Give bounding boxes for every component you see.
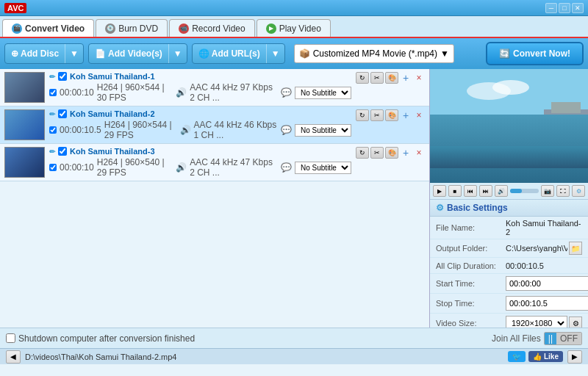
add-videos-arrow[interactable]: ▼ bbox=[168, 44, 187, 63]
video-info-1: ✏ Koh Samui Thailand-1 00:00:10 H264 | 9… bbox=[49, 72, 351, 103]
subtitle-selector-2[interactable]: No Subtitle bbox=[295, 124, 351, 137]
video-meta-check-1[interactable] bbox=[49, 89, 57, 96]
toggle-on[interactable]: || bbox=[545, 333, 556, 344]
video-thumb-3 bbox=[4, 147, 45, 178]
add-videos-dropdown[interactable]: 📄 Add Video(s) ▼ bbox=[88, 43, 187, 64]
tab-record-video[interactable]: 📹 Record Video bbox=[169, 19, 255, 37]
screenshot-button[interactable]: 📷 bbox=[541, 185, 554, 197]
convert-video-icon: 🎬 bbox=[12, 24, 22, 34]
like-button[interactable]: 👍 Like bbox=[528, 351, 563, 362]
video-item-3[interactable]: ✏ Koh Samui Thailand-3 00:00:10 H264 | 9… bbox=[0, 144, 429, 181]
video-title-1: Koh Samui Thailand-1 bbox=[70, 72, 155, 81]
item-add-btn-1[interactable]: + bbox=[400, 72, 412, 84]
file-name-label: File Name: bbox=[436, 223, 506, 232]
video-meta-check-2[interactable] bbox=[49, 126, 57, 134]
video-duration-1: 00:00:10 bbox=[60, 87, 94, 98]
volume-button[interactable]: 🔊 bbox=[495, 185, 508, 197]
add-disc-arrow[interactable]: ▼ bbox=[65, 44, 83, 63]
video-meta-check-3[interactable] bbox=[49, 164, 57, 171]
add-url-dropdown[interactable]: 🌐 Add URL(s) ▼ bbox=[192, 43, 285, 64]
add-url-arrow[interactable]: ▼ bbox=[266, 44, 284, 63]
item-add-btn-2[interactable]: + bbox=[400, 109, 412, 121]
frame-fwd-button[interactable]: ⏭ bbox=[479, 185, 492, 197]
status-fwd-button[interactable]: ▶ bbox=[567, 350, 582, 364]
join-toggle[interactable]: || OFF bbox=[544, 332, 582, 345]
fullscreen-button[interactable]: ⛶ bbox=[556, 185, 570, 197]
audio-icon-1: 🔊 bbox=[176, 87, 187, 98]
convert-icon: 🔄 bbox=[499, 48, 510, 59]
title-bar: AVC ─ □ ✕ bbox=[0, 0, 588, 16]
item-cut-btn-2[interactable]: ✂ bbox=[370, 109, 384, 121]
add-disc-label: Add Disc bbox=[21, 48, 59, 59]
video-size-gear-button[interactable]: ⚙ bbox=[569, 317, 582, 328]
folder-browse-button[interactable]: 📁 bbox=[569, 242, 582, 255]
item-effect-btn-1[interactable]: 🎨 bbox=[385, 72, 398, 84]
shutdown-checkbox[interactable] bbox=[6, 333, 15, 343]
add-disc-button[interactable]: ⊕ Add Disc bbox=[5, 46, 65, 62]
item-effect-btn-3[interactable]: 🎨 bbox=[385, 147, 398, 159]
stop-time-input[interactable] bbox=[506, 296, 588, 311]
item-remove-btn-1[interactable]: × bbox=[413, 72, 425, 84]
svg-rect-6 bbox=[551, 102, 581, 113]
format-arrow[interactable]: ▼ bbox=[440, 48, 449, 59]
play-button[interactable]: ▶ bbox=[433, 185, 446, 197]
video-checkbox-1[interactable] bbox=[58, 72, 67, 81]
item-controls-2: ↻ ✂ 🎨 + × bbox=[356, 109, 425, 121]
frame-back-button[interactable]: ⏮ bbox=[464, 185, 477, 197]
format-selector[interactable]: 📦 Customized MP4 Movie (*.mp4) ▼ bbox=[294, 44, 454, 63]
video-checkbox-2[interactable] bbox=[58, 109, 67, 118]
subtitle-selector-3[interactable]: No Subtitle bbox=[295, 162, 351, 174]
tab-play-video[interactable]: ▶ Play Video bbox=[257, 19, 331, 37]
audio-icon-3: 🔊 bbox=[176, 162, 187, 173]
svg-rect-5 bbox=[544, 109, 588, 142]
video-item-1[interactable]: ✏ Koh Samui Thailand-1 00:00:10 H264 | 9… bbox=[0, 69, 429, 106]
status-back-button[interactable]: ◀ bbox=[6, 350, 21, 364]
item-rotate-btn-3[interactable]: ↻ bbox=[356, 147, 369, 159]
item-add-btn-3[interactable]: + bbox=[400, 147, 412, 159]
item-remove-btn-3[interactable]: × bbox=[413, 147, 425, 159]
twitter-button[interactable]: 🐦 bbox=[508, 351, 526, 362]
subtitle-selector-1[interactable]: No Subtitle bbox=[295, 87, 351, 99]
svg-rect-4 bbox=[430, 142, 588, 183]
all-clip-duration-label: All Clip Duration: bbox=[436, 261, 506, 270]
video-size-select[interactable]: 1920×1080 1280×720 960×540 bbox=[506, 316, 567, 328]
item-effect-btn-2[interactable]: 🎨 bbox=[385, 109, 398, 121]
tab-burn-dvd[interactable]: 💿 Burn DVD bbox=[96, 19, 168, 37]
item-remove-btn-2[interactable]: × bbox=[413, 109, 425, 121]
item-rotate-btn-1[interactable]: ↻ bbox=[356, 72, 369, 84]
video-audio-3: AAC 44 kHz 47 Kbps 2 CH ... bbox=[190, 157, 278, 178]
item-cut-btn-1[interactable]: ✂ bbox=[370, 72, 384, 84]
maximize-button[interactable]: □ bbox=[559, 3, 570, 13]
close-button[interactable]: ✕ bbox=[572, 3, 584, 13]
video-codec-1: H264 | 960×544 | 30 FPS bbox=[97, 82, 173, 103]
item-rotate-btn-2[interactable]: ↻ bbox=[356, 109, 369, 121]
file-name-row: File Name: Koh Samui Thailand-2 bbox=[430, 217, 588, 239]
window-controls[interactable]: ─ □ ✕ bbox=[545, 3, 584, 13]
add-videos-label: Add Video(s) bbox=[108, 48, 162, 59]
toolbar: ⊕ Add Disc ▼ 📄 Add Video(s) ▼ 🌐 Add URL(… bbox=[0, 38, 588, 69]
shutdown-label: Shutdown computer after conversion finis… bbox=[18, 333, 195, 344]
output-folder-label: Output Folder: bbox=[436, 244, 506, 253]
video-title-2: Koh Samui Thailand-2 bbox=[70, 109, 155, 118]
video-meta-1: 00:00:10 H264 | 960×544 | 30 FPS 🔊 AAC 4… bbox=[49, 82, 351, 103]
tab-convert-video[interactable]: 🎬 Convert Video bbox=[2, 19, 94, 37]
settings-ctrl-button[interactable]: ⚙ bbox=[572, 185, 585, 197]
video-audio-1: AAC 44 kHz 97 Kbps 2 CH ... bbox=[190, 82, 278, 103]
add-videos-button[interactable]: 📄 Add Video(s) bbox=[89, 46, 168, 62]
start-time-input[interactable] bbox=[506, 276, 588, 291]
file-name-value: Koh Samui Thailand-2 bbox=[506, 219, 582, 236]
progress-bar[interactable] bbox=[510, 189, 539, 193]
video-checkbox-3[interactable] bbox=[58, 147, 67, 156]
convert-now-button[interactable]: 🔄 Convert Now! bbox=[486, 42, 584, 65]
settings-header: ⚙ Basic Settings bbox=[430, 200, 588, 217]
item-cut-btn-3[interactable]: ✂ bbox=[370, 147, 384, 159]
record-video-icon: 📹 bbox=[179, 24, 189, 34]
stop-button[interactable]: ■ bbox=[448, 185, 462, 197]
url-icon: 🌐 bbox=[198, 48, 209, 59]
video-item-2[interactable]: ✏ Koh Samui Thailand-2 00:00:10.5 H264 |… bbox=[0, 106, 429, 144]
minimize-button[interactable]: ─ bbox=[545, 3, 557, 13]
add-disc-dropdown[interactable]: ⊕ Add Disc ▼ bbox=[4, 43, 84, 64]
toggle-off[interactable]: OFF bbox=[556, 333, 581, 344]
add-url-button[interactable]: 🌐 Add URL(s) bbox=[193, 46, 266, 62]
subtitle-icon-3: 💬 bbox=[281, 162, 292, 173]
